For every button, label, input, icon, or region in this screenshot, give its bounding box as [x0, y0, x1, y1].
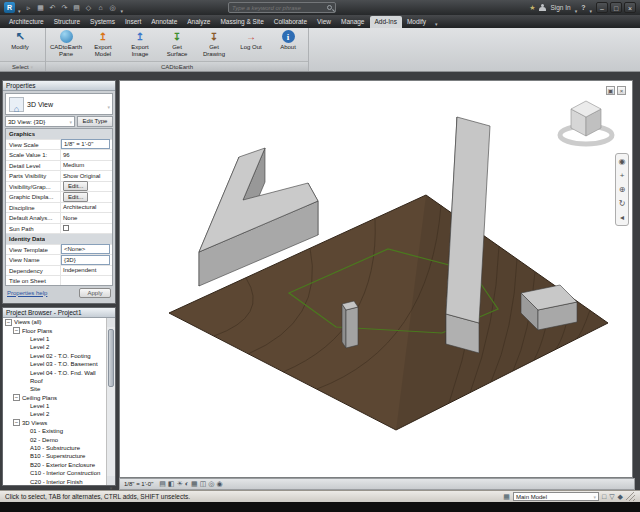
get-surface-button[interactable]: Get Surface [159, 29, 195, 60]
properties-help-link[interactable]: Properties help [7, 290, 47, 296]
property-row[interactable]: Identity Data [6, 234, 112, 245]
drawing-area[interactable]: ▣× ◉+⊕↻◂ [119, 80, 633, 478]
close-button[interactable]: × [624, 2, 636, 13]
shadows-icon[interactable]: ◐ [185, 479, 189, 489]
view-cube[interactable] [560, 101, 612, 144]
active-workset-dropdown[interactable]: Main Model [513, 492, 599, 501]
reveal-hidden-icon[interactable]: ◉ [216, 479, 222, 489]
edit-type-button[interactable]: Edit Type [77, 116, 113, 127]
scroll-down-icon[interactable] [107, 476, 115, 485]
star-icon[interactable]: ★ [529, 4, 535, 12]
tree-expander-icon[interactable] [13, 419, 20, 426]
filter-icon[interactable]: ▽ [609, 493, 614, 501]
scrollbar-thumb[interactable] [108, 329, 114, 387]
active-workset-icon[interactable]: ▦ [503, 493, 510, 501]
tab-modify[interactable]: Modify [402, 16, 431, 28]
browser-tree-item[interactable]: Level 03 - T.O. Basement [3, 360, 106, 368]
property-row[interactable]: Discipline Architectural [6, 203, 112, 214]
tab-systems[interactable]: Systems [85, 16, 120, 28]
tab-annotate[interactable]: Annotate [146, 16, 182, 28]
property-row[interactable]: View Name {3D} [6, 255, 112, 266]
scroll-up-icon[interactable] [107, 318, 115, 327]
sync-icon[interactable]: ◎ [108, 3, 118, 13]
about-button[interactable]: About [270, 29, 306, 60]
browser-tree-item[interactable]: B10 - Superstructure [3, 452, 106, 460]
browser-tree-item[interactable]: Ceiling Plans [3, 394, 106, 402]
browser-tree-item[interactable]: C10 - Interior Construction [3, 469, 106, 477]
selection-filter-dropdown[interactable]: 3D View: {3D} [5, 116, 75, 127]
view-scale-button[interactable]: 1/8" = 1'-0" [124, 481, 153, 487]
temporary-hide-icon[interactable]: ◎ [208, 479, 214, 489]
selection-count-icon[interactable]: ◆ [618, 493, 623, 501]
property-row[interactable]: Scale Value 1: 96 [6, 150, 112, 161]
browser-tree-item[interactable]: Floor Plans [3, 326, 106, 334]
default-3d-view-icon[interactable]: ⌂ [96, 3, 106, 13]
tree-expander-icon[interactable] [13, 394, 20, 401]
sign-in-button[interactable]: Sign In [550, 4, 570, 11]
tab-collaborate[interactable]: Collaborate [269, 16, 312, 28]
browser-tree-item[interactable]: Level 1 [3, 402, 106, 410]
select-panel-label[interactable]: Select [0, 61, 45, 71]
property-row[interactable]: Graphics [6, 129, 112, 140]
tree-expander-icon[interactable] [5, 319, 12, 326]
get-drawing-button[interactable]: Get Drawing [196, 29, 232, 60]
sun-path-icon[interactable]: ☀ [177, 479, 183, 489]
browser-tree-item[interactable]: Level 2 [3, 410, 106, 418]
browser-tree-item[interactable]: 02 - Demo [3, 435, 106, 443]
app-menu-button[interactable]: R [4, 2, 15, 13]
browser-tree-item[interactable]: Roof [3, 377, 106, 385]
tab-architecture[interactable]: Architecture [4, 16, 49, 28]
show-crop-icon[interactable]: ◫ [200, 479, 207, 489]
tree-expander-icon[interactable] [13, 327, 20, 334]
property-row[interactable]: Default Analys... None [6, 213, 112, 224]
cadtoearth-pane-button[interactable]: CADtoEarth Pane [48, 29, 84, 60]
detail-level-icon[interactable]: ▤ [159, 479, 166, 489]
measure-icon[interactable]: ◇ [84, 3, 94, 13]
property-row[interactable]: Graphic Displa... Edit... [6, 192, 112, 203]
open-icon[interactable]: ▹ [24, 3, 34, 13]
building-mass-wall[interactable] [342, 301, 358, 348]
3d-model-view[interactable] [120, 81, 634, 479]
property-row[interactable]: Dependency Independent [6, 266, 112, 277]
tab-insert[interactable]: Insert [120, 16, 146, 28]
minimize-button[interactable]: – [596, 2, 608, 13]
save-icon[interactable]: ▦ [36, 3, 46, 13]
browser-tree-item[interactable]: Views (all) [3, 318, 106, 326]
apply-button[interactable]: Apply [79, 288, 111, 298]
undo-icon[interactable]: ↶ [48, 3, 58, 13]
properties-header[interactable]: Properties [3, 81, 115, 91]
visual-style-icon[interactable]: ◧ [168, 479, 175, 489]
browser-tree-item[interactable]: 01 - Existing [3, 427, 106, 435]
browser-tree-item[interactable]: Level 04 - T.O. Fnd. Wall [3, 368, 106, 376]
rewind-icon[interactable]: ◂ [620, 212, 624, 223]
modify-button[interactable]: Modify [2, 29, 38, 60]
tab-structure[interactable]: Structure [49, 16, 85, 28]
help-button[interactable]: ? [581, 4, 585, 11]
crop-view-icon[interactable]: ▦ [191, 479, 198, 489]
browser-tree-item[interactable]: B20 - Exterior Enclosure [3, 461, 106, 469]
browser-tree-item[interactable]: Level 2 [3, 343, 106, 351]
log-out-button[interactable]: Log Out [233, 29, 269, 60]
search-input[interactable] [229, 3, 335, 12]
resize-grip[interactable] [626, 492, 635, 501]
type-selector-caret-icon[interactable] [107, 95, 112, 113]
tab-view[interactable]: View [312, 16, 336, 28]
export-model-button[interactable]: Export Model [85, 29, 121, 60]
tab-massing-site[interactable]: Massing & Site [215, 16, 268, 28]
editable-only-checkbox[interactable]: □ [602, 493, 606, 501]
browser-tree-item[interactable]: A10 - Substructure [3, 444, 106, 452]
view-restore-button[interactable]: ▣ [606, 86, 615, 95]
export-image-button[interactable]: Export Image [122, 29, 158, 60]
tab-analyze[interactable]: Analyze [182, 16, 215, 28]
browser-tree-item[interactable]: Level 02 - T.O. Footing [3, 352, 106, 360]
browser-tree-item[interactable]: 3D Views [3, 419, 106, 427]
zoom-icon[interactable]: ⊕ [619, 184, 626, 195]
tab-add-ins[interactable]: Add-Ins [370, 16, 402, 28]
pan-icon[interactable]: + [620, 170, 625, 181]
browser-tree-item[interactable]: C20 - Interior Finish [3, 477, 106, 485]
type-selector-dropdown[interactable]: 3D View [5, 93, 113, 115]
project-browser-header[interactable]: Project Browser - Project1 [3, 308, 115, 318]
project-browser-scrollbar[interactable] [106, 318, 115, 485]
property-row[interactable]: Visibility/Grap... Edit... [6, 182, 112, 193]
maximize-button[interactable]: □ [610, 2, 622, 13]
